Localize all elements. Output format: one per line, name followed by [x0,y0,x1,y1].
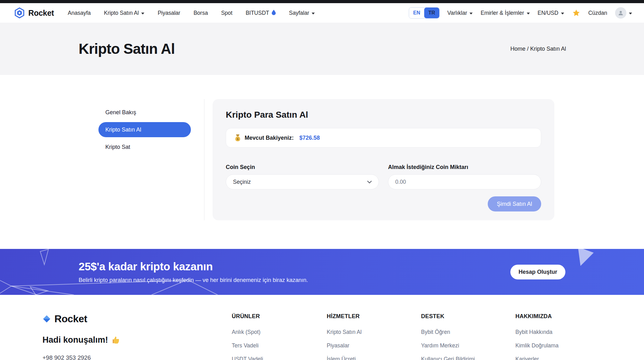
footer-link-kariyerler[interactable]: Kariyerler [515,356,610,360]
thumbs-up-icon [112,336,120,344]
footer-brand-name: Rocket [54,313,87,325]
footer: Rocket Hadi konuşalım! +98 902 353 2926 … [0,295,644,360]
language-toggle: EN TR [409,7,440,19]
footer-phone: +98 902 353 2926 [42,354,232,360]
page: Rocket Anasayfa Kripto Satın Al Piyasala… [0,0,644,360]
blue-diamond-icon [42,315,51,323]
nav-link-currency[interactable]: EN/USD [538,10,564,16]
navbar-right: EN TR Varlıklar Emirler & İşlemler EN/US… [409,7,632,19]
balance-box: $ Mevcut Bakiyeniz: $726.58 [226,128,541,148]
navbar: Rocket Anasayfa Kripto Satın Al Piyasala… [0,3,644,23]
footer-tagline: Hadi konuşalım! [42,335,232,345]
lang-en-button[interactable]: EN [409,8,424,18]
sidebar-item-kripto-sat[interactable]: Kripto Sat [98,139,191,155]
chevron-down-icon [367,181,372,183]
money-bag-icon: $ [234,134,241,142]
footer-link-kullanici-geri-bildirimi[interactable]: Kullanıcı Geri Bildirimi [421,356,515,360]
amount-input[interactable] [388,174,541,189]
footer-column-heading: ÜRÜNLER [232,313,327,320]
buy-crypto-card: Kripto Para Satın Al $ Mevcut Bakiyeniz:… [213,99,554,220]
footer-link-kimlik-dogrulama[interactable]: Kimlik Doğrulama [515,343,610,348]
footer-column-urunler: ÜRÜNLER Anlık (Spot) Ters Vadeli USDT Va… [232,313,327,360]
footer-link-yardim-merkezi[interactable]: Yardım Merkezi [421,343,515,348]
footer-brand: Rocket [42,313,232,325]
main-nav: Anasayfa Kripto Satın Al Piyasalar Borsa… [68,10,315,16]
chevron-down-icon [312,13,315,14]
avatar [615,7,626,19]
navbar-left: Rocket Anasayfa Kripto Satın Al Piyasala… [14,7,315,19]
footer-link-bybit-hakkinda[interactable]: Bybit Hakkında [515,329,610,335]
vertical-divider [204,99,204,220]
balance-label: Mevcut Bakiyeniz: [245,135,294,141]
rocket-logo-icon [14,7,25,19]
amount-label: Almak İstediğiniz Coin Miktarı [388,164,541,171]
buy-form: Coin Seçin Seçiniz Almak İstediğiniz Coi… [226,164,541,189]
chevron-down-icon [469,13,473,14]
sidebar-item-genel-bakis[interactable]: Genel Bakış [98,105,191,120]
sidebar: Genel Bakış Kripto Satın Al Kripto Sat [98,99,191,220]
brand-logo[interactable]: Rocket [14,7,54,19]
breadcrumb[interactable]: Home / Kripto Satın Al [510,46,566,52]
nav-link-spot[interactable]: Spot [221,10,232,16]
nav-link-emirler-islemler[interactable]: Emirler & İşlemler [480,10,530,16]
footer-link-ters-vadeli[interactable]: Ters Vadeli [232,343,327,348]
footer-column-heading: DESTEK [421,313,515,320]
coin-select-value: Seçiniz [233,179,251,185]
chevron-down-icon [629,13,632,14]
buy-now-button[interactable]: Şimdi Satın Al [488,196,541,211]
nav-link-sayfalar[interactable]: Sayfalar [289,10,315,16]
chevron-down-icon [141,13,144,14]
coin-select-label: Coin Seçin [226,164,379,171]
footer-link-usdt-vadeli[interactable]: USDT Vadeli [232,356,327,360]
footer-link-bybit-ogren[interactable]: Bybit Öğren [421,329,515,335]
nav-link-borsa[interactable]: Borsa [193,10,208,16]
footer-link-kripto-satin-al[interactable]: Kripto Satın Al [327,329,421,335]
page-title: Kripto Satın Al [79,40,175,57]
chevron-down-icon [561,13,564,14]
wallet-link[interactable]: Cüzdan [588,10,607,16]
promo-banner: 25$'a kadar kripto kazanın Belirli kript… [0,249,644,295]
banner-subtitle: Belirli kripto paraların nasıl çalıştığı… [79,277,308,284]
footer-column-heading: HİZMETLER [327,313,421,320]
user-icon [618,10,624,16]
footer-column-destek: DESTEK Bybit Öğren Yardım Merkezi Kullan… [421,313,515,360]
nav-link-varliklar[interactable]: Varlıklar [447,10,473,16]
footer-column-hakkimizda: HAKKIMIZDA Bybit Hakkında Kimlik Doğrula… [515,313,610,360]
chevron-down-icon [527,13,530,14]
footer-column-hizmetler: HİZMETLER Kripto Satın Al Piyasalar İşle… [327,313,421,360]
favorites-star-button[interactable] [572,9,580,17]
sidebar-item-kripto-satin-al[interactable]: Kripto Satın Al [98,122,191,137]
lang-tr-button[interactable]: TR [424,8,439,18]
banner-title: 25$'a kadar kripto kazanın [79,260,308,273]
card-title: Kripto Para Satın Al [226,110,541,120]
footer-link-anlik-spot[interactable]: Anlık (Spot) [232,329,327,335]
brand-name: Rocket [28,8,54,18]
droplet-icon [272,10,276,15]
footer-link-islem-ucreti[interactable]: İşlem Ücreti [327,356,421,360]
balance-value: $726.58 [299,135,320,141]
footer-column-heading: HAKKIMIZDA [515,313,610,320]
main-content: Genel Bakış Kripto Satın Al Kripto Sat K… [0,75,644,249]
svg-text:$: $ [237,137,239,141]
coin-select[interactable]: Seçiniz [226,174,379,189]
nav-link-piyasalar[interactable]: Piyasalar [158,10,180,16]
star-icon [572,9,580,17]
nav-link-kripto-satin-al[interactable]: Kripto Satın Al [104,10,145,16]
create-account-button[interactable]: Hesap Oluştur [510,265,565,279]
nav-link-bitusdt[interactable]: BITUSDT [246,10,276,16]
nav-link-anasayfa[interactable]: Anasayfa [68,10,91,16]
page-header: Kripto Satın Al Home / Kripto Satın Al [0,23,644,75]
footer-link-piyasalar[interactable]: Piyasalar [327,343,421,348]
account-menu[interactable] [615,7,632,19]
top-black-bar [0,0,644,3]
